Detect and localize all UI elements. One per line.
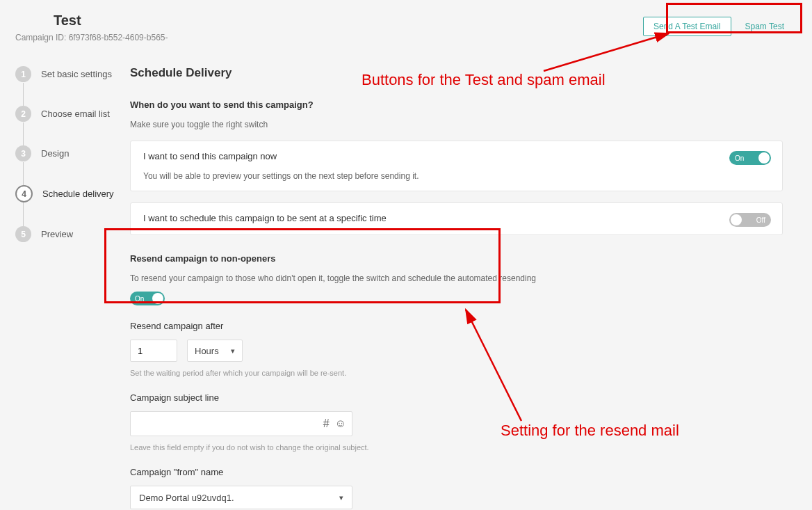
send-question-sub: Make sure you toggle the right switch — [130, 120, 783, 129]
step-number: 5 — [15, 226, 31, 242]
subject-helper: Leave this field empty if you do not wis… — [130, 443, 783, 452]
toggle-label: On — [735, 154, 744, 162]
card-schedule: I want to schedule this campaign to be s… — [130, 202, 783, 235]
subject-input[interactable] — [136, 419, 323, 429]
step-design[interactable]: 3 Design — [15, 145, 130, 185]
step-choose-email-list[interactable]: 2 Choose email list — [15, 106, 130, 145]
toggle-label: Off — [756, 216, 765, 224]
step-label: Set basic settings — [41, 69, 112, 79]
resend-after-unit-select[interactable]: Hours ▾ — [187, 340, 243, 362]
spam-test-button[interactable]: Spam Test — [738, 17, 791, 36]
toggle-knob — [731, 214, 742, 225]
resend-after-helper: Set the waiting period after which your … — [130, 369, 783, 377]
stepper: 1 Set basic settings 2 Choose email list… — [15, 66, 130, 510]
resend-after-input[interactable] — [130, 340, 177, 362]
send-now-toggle[interactable]: On — [729, 151, 771, 165]
toggle-label: On — [135, 295, 144, 303]
select-value: Hours — [195, 346, 219, 356]
resend-sub: To resend your campaign to those who did… — [130, 273, 783, 283]
chevron-down-icon: ▾ — [339, 493, 343, 502]
step-number: 3 — [15, 145, 31, 161]
from-select[interactable]: Demo Portal u92uvdq1. ▾ — [130, 486, 352, 509]
hash-icon[interactable]: # — [323, 417, 330, 430]
card-send-now: I want to send this campaign now You wil… — [130, 141, 783, 191]
step-schedule-delivery[interactable]: 4 Schedule delivery — [15, 185, 130, 226]
step-number: 4 — [15, 185, 33, 202]
card-schedule-title: I want to schedule this campaign to be s… — [143, 213, 770, 223]
toggle-knob — [758, 152, 770, 164]
step-label: Design — [41, 148, 69, 159]
step-number: 1 — [15, 66, 31, 82]
chevron-down-icon: ▾ — [231, 346, 235, 356]
step-label: Preview — [41, 229, 73, 239]
subject-label: Campaign subject line — [130, 392, 783, 403]
page-title: Test — [54, 13, 168, 29]
schedule-toggle[interactable]: Off — [729, 213, 771, 227]
send-question: When do you want to send this campaign? — [130, 99, 783, 110]
step-preview[interactable]: 5 Preview — [15, 226, 130, 242]
emoji-icon[interactable]: ☺ — [335, 417, 346, 430]
step-number: 2 — [15, 106, 31, 122]
resend-after-label: Resend campaign after — [130, 321, 783, 331]
step-label: Schedule delivery — [42, 189, 114, 199]
resend-title: Resend campaign to non-openers — [130, 253, 783, 264]
subject-input-wrap: # ☺ — [130, 411, 352, 436]
toggle-knob — [152, 293, 163, 304]
select-value: Demo Portal u92uvdq1. — [139, 493, 234, 503]
campaign-id-label: Campaign ID: 6f973f68-b552-4609-b565- — [15, 33, 168, 42]
main-heading: Schedule Delivery — [130, 66, 783, 80]
send-test-email-button[interactable]: Send A Test Email — [643, 17, 731, 36]
card-send-now-title: I want to send this campaign now — [143, 151, 770, 161]
step-label: Choose email list — [41, 109, 110, 119]
card-send-now-sub: You will be able to preview your setting… — [143, 171, 770, 181]
resend-toggle[interactable]: On — [130, 292, 165, 305]
step-basic-settings[interactable]: 1 Set basic settings — [15, 66, 130, 106]
from-label: Campaign "from" name — [130, 467, 783, 477]
header-actions: Send A Test Email Spam Test — [638, 13, 797, 40]
